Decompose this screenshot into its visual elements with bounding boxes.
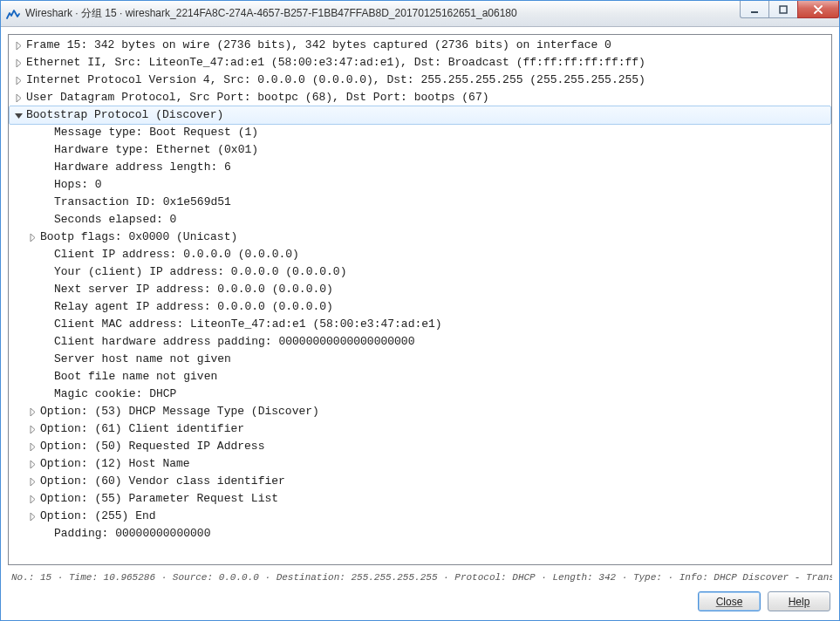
tree-label: Your (client) IP address: 0.0.0.0 (0.0.0… bbox=[54, 263, 346, 281]
tree-label: User Datagram Protocol, Src Port: bootpc… bbox=[26, 89, 489, 106]
tree-label: Client IP address: 0.0.0.0 (0.0.0.0) bbox=[54, 246, 299, 263]
wireshark-icon bbox=[6, 7, 20, 21]
tree-label: Next server IP address: 0.0.0.0 (0.0.0.0… bbox=[54, 281, 333, 298]
app-window: Wireshark · 分组 15 · wireshark_2214FA8C-2… bbox=[0, 0, 840, 621]
tree-opt55[interactable]: Option: (55) Parameter Request List bbox=[9, 490, 831, 508]
tree-hw-type[interactable]: Hardware type: Ethernet (0x01) bbox=[9, 141, 831, 159]
status-line: No.: 15 · Time: 10.965286 · Source: 0.0.… bbox=[8, 565, 832, 586]
svg-rect-1 bbox=[780, 6, 787, 13]
tree-trans-id[interactable]: Transaction ID: 0x1e569d51 bbox=[9, 194, 831, 211]
spacer bbox=[40, 353, 52, 365]
content-area: Frame 15: 342 bytes on wire (2736 bits),… bbox=[1, 27, 839, 620]
expand-icon[interactable] bbox=[26, 406, 38, 418]
spacer bbox=[40, 283, 52, 296]
tree-flags[interactable]: Bootp flags: 0x0000 (Unicast) bbox=[9, 229, 831, 246]
tree-relay[interactable]: Relay agent IP address: 0.0.0.0 (0.0.0.0… bbox=[9, 298, 831, 316]
spacer bbox=[40, 214, 52, 226]
tree-label: Hardware type: Ethernet (0x01) bbox=[54, 141, 258, 159]
spacer bbox=[40, 126, 52, 139]
tree-label: Client MAC address: LiteonTe_47:ad:e1 (5… bbox=[54, 316, 442, 333]
expand-icon[interactable] bbox=[12, 57, 24, 69]
expand-icon[interactable] bbox=[12, 92, 24, 104]
tree-label: Magic cookie: DHCP bbox=[54, 386, 176, 403]
tree-opt50[interactable]: Option: (50) Requested IP Address bbox=[9, 438, 831, 455]
tree-label: Frame 15: 342 bytes on wire (2736 bits),… bbox=[26, 37, 611, 54]
tree-label: Hardware address length: 6 bbox=[54, 159, 231, 176]
spacer bbox=[40, 196, 52, 208]
expand-icon[interactable] bbox=[12, 74, 24, 86]
minimize-button[interactable] bbox=[740, 1, 769, 18]
spacer bbox=[40, 371, 52, 383]
tree-label: Option: (60) Vendor class identifier bbox=[40, 473, 285, 490]
expand-icon[interactable] bbox=[26, 493, 38, 505]
tree-hw-len[interactable]: Hardware address length: 6 bbox=[9, 159, 831, 176]
tree-label: Boot file name not given bbox=[54, 368, 217, 386]
tree-msg-type[interactable]: Message type: Boot Request (1) bbox=[9, 124, 831, 141]
maximize-button[interactable] bbox=[768, 1, 798, 18]
expand-icon[interactable] bbox=[26, 458, 38, 470]
tree-label: Padding: 00000000000000 bbox=[54, 525, 210, 543]
spacer bbox=[40, 336, 52, 348]
tree-secs[interactable]: Seconds elapsed: 0 bbox=[9, 211, 831, 229]
tree-ethernet[interactable]: Ethernet II, Src: LiteonTe_47:ad:e1 (58:… bbox=[9, 54, 831, 72]
spacer bbox=[40, 249, 52, 261]
tree-magic[interactable]: Magic cookie: DHCP bbox=[9, 386, 831, 403]
dialog-buttons: Close Help bbox=[8, 586, 832, 613]
tree-label: Relay agent IP address: 0.0.0.0 (0.0.0.0… bbox=[54, 298, 333, 316]
tree-label: Option: (255) End bbox=[40, 508, 156, 525]
spacer bbox=[40, 266, 52, 278]
expand-icon[interactable] bbox=[26, 423, 38, 435]
tree-frame[interactable]: Frame 15: 342 bytes on wire (2736 bits),… bbox=[9, 37, 831, 54]
tree-label: Server host name not given bbox=[54, 351, 231, 368]
tree-opt60[interactable]: Option: (60) Vendor class identifier bbox=[9, 473, 831, 490]
tree-label: Bootp flags: 0x0000 (Unicast) bbox=[40, 229, 237, 246]
tree-client-ip[interactable]: Client IP address: 0.0.0.0 (0.0.0.0) bbox=[9, 246, 831, 263]
packet-details-tree[interactable]: Frame 15: 342 bytes on wire (2736 bits),… bbox=[8, 34, 832, 565]
tree-label: Option: (55) Parameter Request List bbox=[40, 490, 278, 508]
spacer bbox=[40, 144, 52, 156]
tree-client-mac[interactable]: Client MAC address: LiteonTe_47:ad:e1 (5… bbox=[9, 316, 831, 333]
tree-hops[interactable]: Hops: 0 bbox=[9, 176, 831, 194]
expand-icon[interactable] bbox=[12, 39, 24, 51]
svg-rect-0 bbox=[751, 11, 758, 13]
tree-ip[interactable]: Internet Protocol Version 4, Src: 0.0.0.… bbox=[9, 72, 831, 89]
tree-label: Option: (53) DHCP Message Type (Discover… bbox=[40, 403, 319, 420]
spacer bbox=[40, 301, 52, 313]
tree-label: Option: (12) Host Name bbox=[40, 455, 190, 473]
spacer bbox=[40, 318, 52, 331]
tree-udp[interactable]: User Datagram Protocol, Src Port: bootpc… bbox=[9, 89, 831, 106]
tree-opt255[interactable]: Option: (255) End bbox=[9, 508, 831, 525]
expand-icon[interactable] bbox=[26, 231, 38, 243]
tree-opt61[interactable]: Option: (61) Client identifier bbox=[9, 420, 831, 438]
tree-label: Message type: Boot Request (1) bbox=[54, 124, 258, 141]
window-controls bbox=[741, 1, 839, 26]
spacer bbox=[40, 528, 52, 540]
titlebar[interactable]: Wireshark · 分组 15 · wireshark_2214FA8C-2… bbox=[1, 1, 839, 27]
tree-server-name[interactable]: Server host name not given bbox=[9, 351, 831, 368]
collapse-icon[interactable] bbox=[12, 109, 24, 121]
tree-label: Option: (61) Client identifier bbox=[40, 420, 244, 438]
tree-label: Internet Protocol Version 4, Src: 0.0.0.… bbox=[26, 72, 645, 89]
expand-icon[interactable] bbox=[26, 440, 38, 453]
tree-label: Bootstrap Protocol (Discover) bbox=[26, 106, 223, 124]
tree-boot-file[interactable]: Boot file name not given bbox=[9, 368, 831, 386]
close-window-button[interactable] bbox=[797, 1, 839, 18]
close-button[interactable]: Close bbox=[698, 591, 761, 611]
tree-opt53[interactable]: Option: (53) DHCP Message Type (Discover… bbox=[9, 403, 831, 420]
tree-next-server[interactable]: Next server IP address: 0.0.0.0 (0.0.0.0… bbox=[9, 281, 831, 298]
tree-label: Seconds elapsed: 0 bbox=[54, 211, 176, 229]
spacer bbox=[40, 388, 52, 400]
tree-label: Hops: 0 bbox=[54, 176, 102, 194]
spacer bbox=[40, 161, 52, 174]
tree-your-ip[interactable]: Your (client) IP address: 0.0.0.0 (0.0.0… bbox=[9, 263, 831, 281]
tree-padding[interactable]: Padding: 00000000000000 bbox=[9, 525, 831, 543]
tree-hw-padding[interactable]: Client hardware address padding: 0000000… bbox=[9, 333, 831, 351]
tree-label: Client hardware address padding: 0000000… bbox=[54, 333, 414, 351]
expand-icon[interactable] bbox=[26, 475, 38, 488]
tree-label: Ethernet II, Src: LiteonTe_47:ad:e1 (58:… bbox=[26, 54, 645, 72]
expand-icon[interactable] bbox=[26, 510, 38, 522]
tree-bootp[interactable]: Bootstrap Protocol (Discover) bbox=[9, 106, 831, 125]
tree-opt12[interactable]: Option: (12) Host Name bbox=[9, 455, 831, 473]
help-button[interactable]: Help bbox=[768, 591, 830, 611]
spacer bbox=[40, 179, 52, 191]
